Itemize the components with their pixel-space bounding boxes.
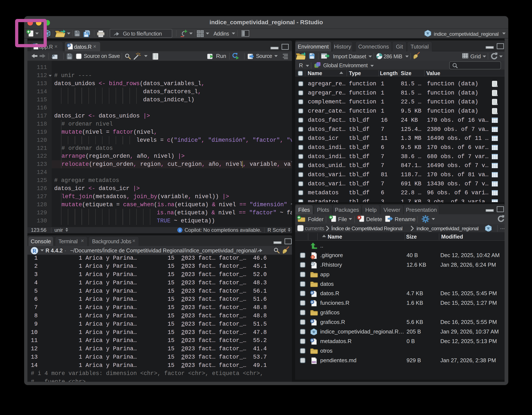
svg-text:R: R — [427, 31, 429, 35]
svg-text:R: R — [68, 44, 70, 47]
svg-text:i: i — [180, 228, 180, 232]
svg-text:R: R — [33, 248, 37, 254]
svg-text:R: R — [313, 330, 315, 334]
svg-text:R: R — [311, 339, 313, 342]
svg-text:MD: MD — [312, 361, 316, 364]
svg-text:R: R — [311, 300, 313, 304]
svg-text:R: R — [487, 227, 490, 230]
svg-text:R: R — [311, 320, 313, 323]
svg-text:R: R — [311, 291, 313, 295]
